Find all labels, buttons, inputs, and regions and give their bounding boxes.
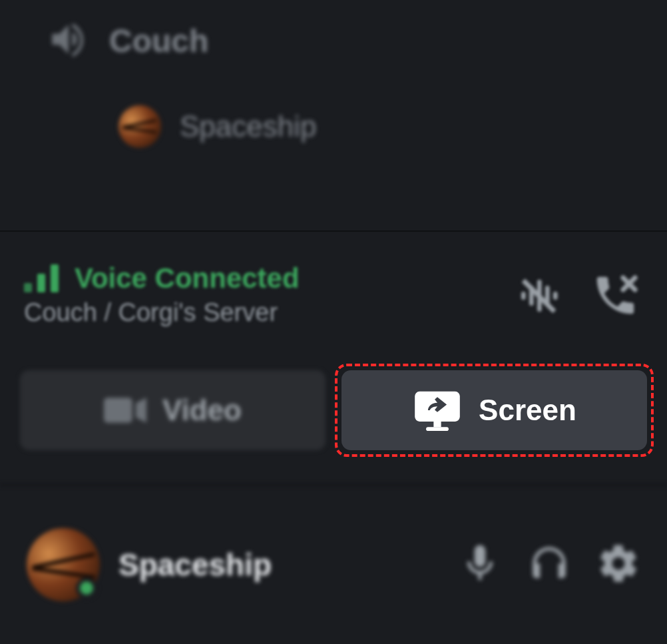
current-user-name[interactable]: Spaceship xyxy=(118,547,272,583)
svg-rect-8 xyxy=(426,427,449,431)
voice-action-icons xyxy=(515,272,639,322)
deafen-headphones-icon[interactable] xyxy=(527,541,571,588)
voice-channel-name: Couch xyxy=(109,23,208,59)
voice-panel: Couch Spaceship Voice Connected Couch / … xyxy=(0,0,667,644)
screen-button-label: Screen xyxy=(479,394,576,427)
video-button-label: Video xyxy=(162,394,242,427)
settings-gear-icon[interactable] xyxy=(596,541,640,588)
svg-rect-0 xyxy=(521,292,526,300)
svg-rect-4 xyxy=(553,292,558,300)
svg-rect-7 xyxy=(433,422,441,427)
screen-share-button[interactable]: Screen xyxy=(341,370,647,450)
call-buttons-row: Video Screen xyxy=(20,370,647,450)
noise-suppression-icon[interactable] xyxy=(515,272,563,322)
member-name: Spaceship xyxy=(180,110,316,143)
signal-icon xyxy=(24,264,63,292)
disconnect-call-icon[interactable] xyxy=(591,272,639,322)
voice-channel-row[interactable]: Couch xyxy=(47,17,208,64)
avatar xyxy=(118,105,161,148)
voice-status-text[interactable]: Voice Connected xyxy=(75,262,300,294)
user-bar: Spaceship xyxy=(0,484,667,644)
mute-mic-icon[interactable] xyxy=(458,541,502,588)
video-button[interactable]: Video xyxy=(20,370,326,450)
speaker-icon xyxy=(47,17,91,64)
voice-channel-member[interactable]: Spaceship xyxy=(118,105,316,148)
user-avatar-wrap[interactable] xyxy=(27,528,100,601)
status-indicator-online xyxy=(76,577,97,599)
